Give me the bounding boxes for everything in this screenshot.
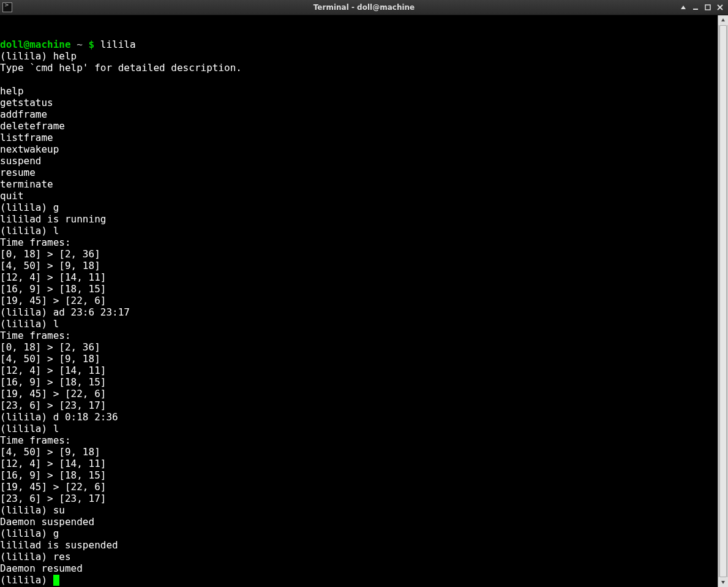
terminal-line: [12, 4] > [14, 11] [0, 458, 718, 469]
terminal-line: [12, 4] > [14, 11] [0, 365, 718, 376]
terminal-line: Time frames: [0, 434, 718, 446]
terminal-line: [16, 9] > [18, 15] [0, 469, 718, 481]
terminal-line: addframe [0, 108, 718, 120]
terminal-line: help [0, 85, 718, 97]
terminal-line: doll@machine ~ $ lilila [0, 39, 718, 50]
terminal-line: [4, 50] > [9, 18] [0, 446, 718, 458]
titlebar[interactable]: Terminal - doll@machine [0, 0, 728, 15]
terminal-line: (lilila) su [0, 504, 718, 516]
terminal-line: (lilila) [0, 574, 718, 586]
scroll-track[interactable] [718, 25, 728, 577]
terminal-output[interactable]: doll@machine ~ $ lilila(lilila) helpType… [0, 15, 718, 587]
terminal-line [0, 15, 718, 27]
terminal-line: (lilila) d 0:18 2:36 [0, 411, 718, 423]
terminal-line: [0, 18] > [2, 36] [0, 248, 718, 260]
terminal-line: nextwakeup [0, 143, 718, 155]
scroll-down-button[interactable] [718, 577, 728, 587]
scroll-thumb[interactable] [719, 25, 727, 577]
terminal-line: [0, 18] > [2, 36] [0, 341, 718, 353]
close-button[interactable] [715, 2, 726, 12]
terminal-line [0, 74, 718, 85]
terminal-line: getstatus [0, 97, 718, 108]
terminal-line [0, 27, 718, 39]
terminal-line: [19, 45] > [22, 6] [0, 388, 718, 400]
svg-marker-0 [681, 6, 686, 9]
terminal-line: deleteframe [0, 120, 718, 132]
terminal-line: Time frames: [0, 237, 718, 248]
terminal-line: (lilila) help [0, 50, 718, 62]
terminal-line: (lilila) l [0, 423, 718, 434]
terminal-line: [12, 4] > [14, 11] [0, 271, 718, 283]
terminal-line: [19, 45] > [22, 6] [0, 295, 718, 306]
terminal-line: lililad is suspended [0, 539, 718, 551]
terminal-line: (lilila) l [0, 225, 718, 237]
scroll-up-button[interactable] [718, 15, 728, 25]
terminal-line: [4, 50] > [9, 18] [0, 353, 718, 365]
minimize-button[interactable] [690, 2, 701, 12]
terminal-line: [16, 9] > [18, 15] [0, 283, 718, 295]
maximize-button[interactable] [702, 2, 713, 12]
terminal-line: (lilila) ad 23:6 23:17 [0, 306, 718, 318]
terminal-line: (lilila) g [0, 528, 718, 539]
terminal-window: Terminal - doll@machine doll@machine ~ $… [0, 0, 728, 587]
terminal-line: [23, 6] > [23, 17] [0, 493, 718, 504]
terminal-line: (lilila) g [0, 202, 718, 213]
terminal-line: listframe [0, 132, 718, 143]
svg-rect-1 [693, 9, 698, 10]
terminal-line: resume [0, 167, 718, 178]
terminal-line: [4, 50] > [9, 18] [0, 260, 718, 271]
cursor [53, 575, 59, 586]
terminal-line: Type `cmd help' for detailed description… [0, 62, 718, 74]
terminal-line: quit [0, 190, 718, 202]
svg-rect-2 [705, 5, 710, 10]
terminal-line: lililad is running [0, 213, 718, 225]
terminal-line: Daemon suspended [0, 516, 718, 528]
window-title: Terminal - doll@machine [0, 3, 728, 12]
terminal-line: (lilila) l [0, 318, 718, 330]
terminal-line: [23, 6] > [23, 17] [0, 400, 718, 411]
terminal-body: doll@machine ~ $ lilila(lilila) helpType… [0, 15, 728, 587]
scrollbar[interactable] [718, 15, 728, 587]
terminal-line: [19, 45] > [22, 6] [0, 481, 718, 493]
roll-up-button[interactable] [678, 2, 689, 12]
terminal-line: terminate [0, 178, 718, 190]
terminal-line: Time frames: [0, 330, 718, 341]
svg-marker-6 [721, 581, 725, 584]
svg-marker-5 [721, 18, 725, 21]
terminal-line: Daemon resumed [0, 562, 718, 574]
terminal-line: (lilila) res [0, 551, 718, 562]
terminal-line: [16, 9] > [18, 15] [0, 376, 718, 388]
terminal-line: suspend [0, 155, 718, 167]
terminal-app-icon [2, 2, 12, 12]
